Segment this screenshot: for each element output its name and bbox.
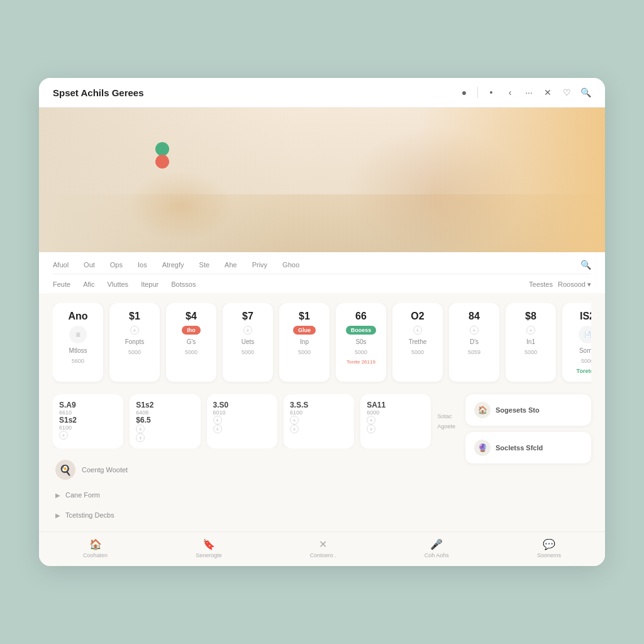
bottom-nav-chat[interactable]: 💬 Soonems [537, 538, 561, 558]
card-price-9: IS2 [580, 311, 591, 322]
card-label-2: G's [187, 338, 196, 345]
dot-icon[interactable]: • [486, 87, 497, 98]
stats-plus-2b[interactable]: + [213, 425, 222, 433]
grid-card-0[interactable]: Ano ≡ Mtloss 5600 [53, 303, 103, 382]
nav2-item-afic[interactable]: Afic [77, 279, 101, 289]
stats-val-2a: 3.S0 [213, 401, 271, 409]
nav-item-privy[interactable]: Privy [245, 258, 275, 271]
grid-card-7[interactable]: 84 + D's 5059 [449, 303, 499, 382]
grid-card-2[interactable]: $4 Iho G's 5000 [166, 303, 216, 382]
stats-card-2: 3.S0 6010 + + [207, 394, 277, 448]
card-sub-1: 5000 [128, 349, 141, 355]
nav-item-ios[interactable]: Ios [130, 258, 155, 271]
nav-item-ahe[interactable]: Ahe [217, 258, 245, 271]
heart-icon[interactable]: ♡ [561, 87, 572, 98]
bottom-nav-close[interactable]: ✕ Contoero . [310, 538, 336, 558]
nav-dropdown-label: Roosood [558, 280, 586, 288]
nav-item-afuol[interactable]: Afuol [53, 258, 76, 271]
nav-item-ste[interactable]: Ste [192, 258, 218, 271]
chevron-left-icon[interactable]: ‹ [504, 87, 516, 98]
nav-sort-label[interactable]: Teestes [529, 280, 553, 288]
grid-card-5[interactable]: 66 Booess S0s 5000 Tonite 26119 [336, 303, 386, 382]
bottom-nav: 🏠 Coohaten 🔖 Senerogte ✕ Contoero . 🎤 Co… [39, 531, 605, 566]
nav-item-ops[interactable]: Ops [103, 258, 130, 271]
stats-val-1a: S1s2 [136, 401, 194, 409]
stats-card-0: S.A9 6610 S1s2 6100 + [53, 394, 123, 448]
side-btn-label-1: Socletss Sfcld [496, 444, 543, 452]
circle-icon[interactable]: ● [458, 87, 470, 98]
card-label-8: In1 [526, 338, 535, 345]
stats-val-4a: SA11 [367, 401, 425, 409]
bottom-nav-label-3: Coh Aohs [425, 552, 449, 558]
stats-plus-3b[interactable]: + [290, 425, 299, 433]
stats-plus-2[interactable]: + [213, 416, 222, 425]
card-plus-7[interactable]: + [470, 326, 479, 335]
nav2-item-itepur[interactable]: Itepur [135, 279, 165, 289]
stats-plus-0[interactable]: + [59, 431, 68, 440]
card-sub-0: 5600 [72, 358, 84, 364]
grid-card-1[interactable]: $1 + Fonpts 5000 [109, 303, 160, 382]
nav-item-atregfy[interactable]: Atregfy [155, 258, 192, 271]
grid-card-8[interactable]: $8 + In1 5000 [506, 303, 556, 382]
stats-side-labels: Sotac Agoete [437, 394, 455, 448]
bookmark-icon: 🔖 [203, 538, 215, 550]
search-icon[interactable]: 🔍 [580, 87, 591, 98]
expand-row-0[interactable]: ▶ Cane Form [53, 485, 455, 505]
nav-right-controls: Teestes Roosood ▾ [529, 280, 591, 289]
home-icon: 🏠 [89, 538, 102, 550]
grid-card-9[interactable]: IS2 📄 Some 5000 Toretoie [562, 303, 591, 382]
nav2-item-botssos[interactable]: Botssos [165, 279, 202, 289]
stats-plus-3[interactable]: + [290, 416, 299, 425]
card-sub-8: 5000 [525, 349, 537, 355]
card-price-5: 66 [355, 311, 367, 322]
ellipsis-icon[interactable]: ··· [523, 87, 535, 98]
lower-right: 🏠 Sogesets Sto 🔮 Socletss Sfcld [465, 394, 591, 525]
hero-image [39, 108, 605, 252]
card-plus-8[interactable]: + [526, 326, 535, 335]
stats-plus-1b[interactable]: + [136, 433, 145, 442]
expand-label-0: Cane Form [65, 491, 100, 499]
side-button-1[interactable]: 🔮 Socletss Sfcld [465, 432, 591, 464]
card-price-7: 84 [469, 311, 480, 322]
card-price-2: $4 [186, 311, 197, 322]
nav-item-ghoo[interactable]: Ghoo [275, 258, 307, 271]
nav-dropdown[interactable]: Roosood ▾ [558, 280, 591, 289]
hero-marker-green[interactable] [155, 142, 169, 156]
header: Spset Achils Gerees ● • ‹ ··· ✕ ♡ 🔍 [39, 78, 605, 108]
side-button-0[interactable]: 🏠 Sogesets Sto [465, 394, 591, 426]
expand-row-1[interactable]: ▶ Tcetsting Decbs [53, 505, 455, 525]
bottom-nav-voice[interactable]: 🎤 Coh Aohs [425, 538, 449, 558]
grid-card-3[interactable]: $7 + Uets 5000 [223, 303, 273, 382]
card-price-6: O2 [411, 311, 424, 322]
grid-card-4[interactable]: $1 Glue Inp 5000 [279, 303, 330, 382]
app-container: Spset Achils Gerees ● • ‹ ··· ✕ ♡ 🔍 Afuo… [39, 78, 605, 566]
bottom-nav-home[interactable]: 🏠 Coohaten [83, 538, 108, 558]
hero-marker-red[interactable] [155, 155, 169, 169]
card-extra-green-9: Toretoie [577, 368, 591, 374]
card-price-1: $1 [129, 311, 140, 322]
stats-plus-4b[interactable]: + [367, 425, 375, 433]
nav-item-out[interactable]: Out [76, 258, 103, 271]
nav2-item-vluttes[interactable]: Vluttes [101, 279, 135, 289]
card-plus-1[interactable]: + [130, 326, 139, 335]
grid-card-6[interactable]: O2 + Trethe 5000 [392, 303, 443, 382]
cooking-icon: 🍳 [55, 460, 75, 480]
card-label-7: D's [470, 338, 479, 345]
card-label-9: Some [579, 347, 591, 354]
card-label-3: Uets [242, 338, 255, 345]
card-price-0: Ano [68, 311, 87, 322]
nav2-item-feute[interactable]: Feute [53, 279, 77, 289]
expand-arrow-1: ▶ [55, 512, 60, 519]
stats-sub-1a: 6408 [136, 409, 194, 416]
mic-icon: 🎤 [430, 538, 443, 550]
cooking-widget: 🍳 Coentg Wootet [53, 455, 455, 485]
nav-search-icon[interactable]: 🔍 [580, 260, 591, 270]
stats-plus-4[interactable]: + [367, 416, 375, 425]
card-plus-3[interactable]: + [243, 326, 252, 335]
stats-card-4: SA11 6000 + + [360, 394, 431, 448]
close-icon[interactable]: ✕ [542, 87, 553, 98]
bottom-nav-save[interactable]: 🔖 Senerogte [196, 538, 222, 558]
stats-val-0b: S1s2 [59, 416, 117, 425]
stats-plus-1[interactable]: + [136, 425, 145, 433]
card-plus-6[interactable]: + [413, 326, 422, 335]
